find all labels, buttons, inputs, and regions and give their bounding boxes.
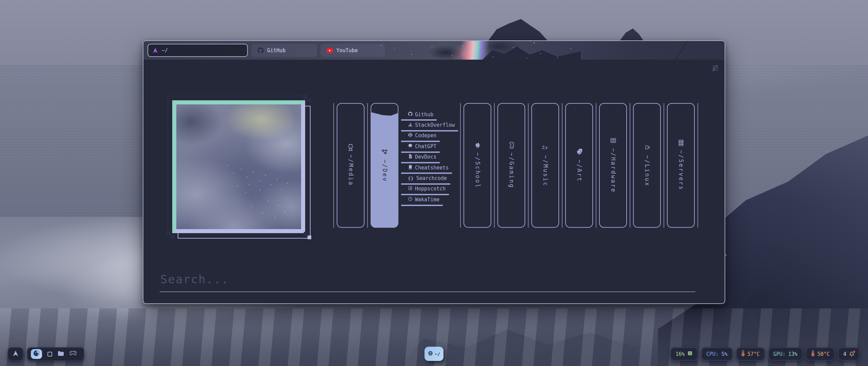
shelf-divider [367,103,368,228]
stat-cpu[interactable]: CPU: 5% [701,347,732,361]
dev-link-searchcode[interactable]: {} Searchcode [401,174,450,184]
spine-label: ~/Linux [644,155,650,187]
spine-label: ~/Gaming [509,152,514,188]
spine-label: ~/Servers [678,150,684,190]
search-input[interactable] [160,272,695,292]
stat-gpu-temp[interactable]: 50°C [806,347,835,361]
dock [27,347,84,361]
cpu-value: 5% [721,351,727,357]
spine-dev-notch [371,104,398,118]
codepen-icon [408,133,413,139]
braces-icon: {} [408,176,414,181]
dev-link-label: Github [415,111,433,118]
frame-handle [304,232,308,236]
dev-link-codepen[interactable]: Codepen [401,131,440,142]
dev-link-chatgpt[interactable]: ChatGPT [401,142,440,152]
cpu-label: CPU: [706,351,718,357]
launcher-button[interactable] [8,347,23,361]
shelf-divider [596,103,596,228]
spine-label: ~/Music [542,155,548,187]
github-icon [257,47,264,54]
dev-link-stackoverflow[interactable]: StackOverflow [401,121,458,131]
arch-icon [12,350,19,358]
stat-cpu-temp[interactable]: 57°C [736,347,765,361]
window-outline-icon [47,352,52,357]
dev-link-hoppscotch[interactable]: Hoppscotch [401,185,449,195]
graduation-cap-icon [475,142,480,148]
spine-label: ~/School [475,152,480,188]
dev-link-label: Codepen [415,133,436,139]
spine-label: ~/Media [348,155,354,186]
gpu-temp-value: 50°C [817,351,830,357]
dev-link-label: DevDocs [415,154,436,160]
spine-dev[interactable]: ~/Dev [371,103,398,228]
frame-handle [307,99,311,102]
notification-badge [853,351,855,353]
sliders-icon[interactable] [711,64,720,73]
server-rack-icon [678,140,684,146]
cpu-temp-value: 57°C [748,351,760,357]
music-note-icon: ♫ [542,145,548,149]
stat-memory[interactable]: 16% [670,347,698,361]
dev-link-label: Hoppscotch [415,186,446,192]
spine-media[interactable]: ~/Media [337,103,364,228]
spine-hardware[interactable]: ~/Hardware [599,103,627,228]
stat-gpu[interactable]: GPU: 13% [768,347,803,361]
memory-value: 16% [675,351,685,357]
dev-link-label: WakaTime [415,197,439,203]
tab-github[interactable]: GitHub [251,44,317,57]
frame-handle [167,231,171,235]
dev-link-wakatime[interactable]: WakaTime [401,195,443,206]
dock-item-files[interactable] [58,351,64,357]
spine-linux[interactable]: ~/Linux [633,103,661,228]
thermometer-icon [811,350,815,358]
shelf-divider [664,103,664,228]
url-bar[interactable]: ~/ [147,44,248,57]
artwork-frame [172,100,305,233]
dev-link-devdocs[interactable]: DevDocs [401,153,440,163]
shelf-divider [697,103,698,228]
dev-link-label: StackOverflow [415,122,455,128]
tab-label: GitHub [267,47,285,54]
spine-label: ~/Hardware [610,148,616,193]
dev-link-cheatsheets[interactable]: Cheatsheets [401,163,452,174]
spine-art[interactable]: ~/Art [565,103,593,228]
dev-links-panel: Github StackOverflow [401,103,457,228]
tab-label: YouTube [336,47,358,54]
firefox-icon [33,350,40,358]
tab-youtube[interactable]: YouTube [320,44,385,57]
folder-icon [58,351,64,357]
gpu-label: GPU: [773,351,786,357]
taskbar-active-window[interactable]: ~/ [425,347,443,361]
chat-bubble-icon [408,143,413,149]
frame-handle [303,95,307,99]
dock-item-firefox[interactable] [31,349,42,359]
dock-item-games[interactable] [70,351,77,357]
url-text: ~/ [162,47,168,54]
spine-music[interactable]: ♫ ~/Music [531,103,559,228]
spine-servers[interactable]: ~/Servers [667,103,695,228]
clock-icon [408,197,413,203]
active-window-title: ~/ [435,351,440,357]
hoppscotch-icon [408,186,413,192]
gamepad-icon [509,142,514,149]
bookshelf: ~/Media ~/Dev Github [333,103,698,228]
tabbar-art-line [673,41,688,60]
videocam-icon [348,144,353,151]
shelf-divider [528,103,529,228]
thermometer-icon [741,350,745,358]
spine-gaming[interactable]: ~/Gaming [497,103,525,228]
stat-notifications[interactable]: 4 [838,347,860,361]
frame-handle [171,235,174,239]
dev-link-label: ChatGPT [415,143,436,149]
git-branch-icon [381,149,388,155]
shelf-divider [460,103,461,228]
spine-school[interactable]: ~/School [463,103,491,228]
shelf-divider [630,103,630,228]
page-content: ~/Media ~/Dev Github [143,60,725,303]
search-box [160,272,695,292]
dock-item-window[interactable] [47,352,52,357]
taskbar-stats: 16% CPU: 5% 57°C GPU: 13% 50°C 4 [670,347,860,361]
dev-link-github[interactable]: Github [401,110,437,121]
motherboard-icon [610,138,616,143]
